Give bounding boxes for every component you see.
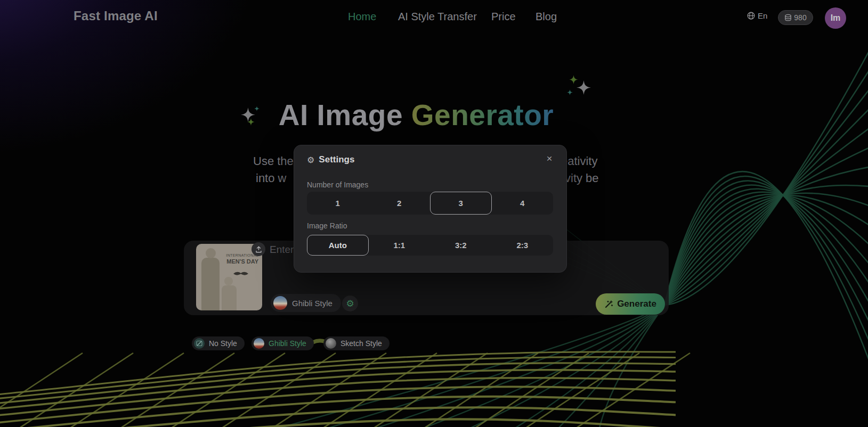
modal-title: Settings xyxy=(319,154,354,165)
settings-modal: ⚙ Settings × Number of Images 1 2 3 4 Im… xyxy=(294,145,567,273)
option-ratio-auto[interactable]: Auto xyxy=(307,235,369,256)
number-of-images-label: Number of Images xyxy=(307,180,368,189)
image-ratio-label: Image Ratio xyxy=(307,221,347,230)
option-ratio-2-3[interactable]: 2:3 xyxy=(492,235,554,256)
option-ratio-3-2[interactable]: 3:2 xyxy=(430,235,492,256)
option-count-1[interactable]: 1 xyxy=(307,192,369,215)
modal-header: ⚙ Settings xyxy=(307,154,354,165)
number-of-images-options: 1 2 3 4 xyxy=(307,192,553,215)
option-count-2[interactable]: 2 xyxy=(369,192,431,215)
option-count-4[interactable]: 4 xyxy=(492,192,554,215)
option-ratio-1-1[interactable]: 1:1 xyxy=(369,235,431,256)
gear-icon: ⚙ xyxy=(307,155,314,165)
image-ratio-options: Auto 1:1 3:2 2:3 xyxy=(307,235,553,256)
close-icon[interactable]: × xyxy=(543,152,556,165)
option-count-3[interactable]: 3 xyxy=(430,192,492,215)
